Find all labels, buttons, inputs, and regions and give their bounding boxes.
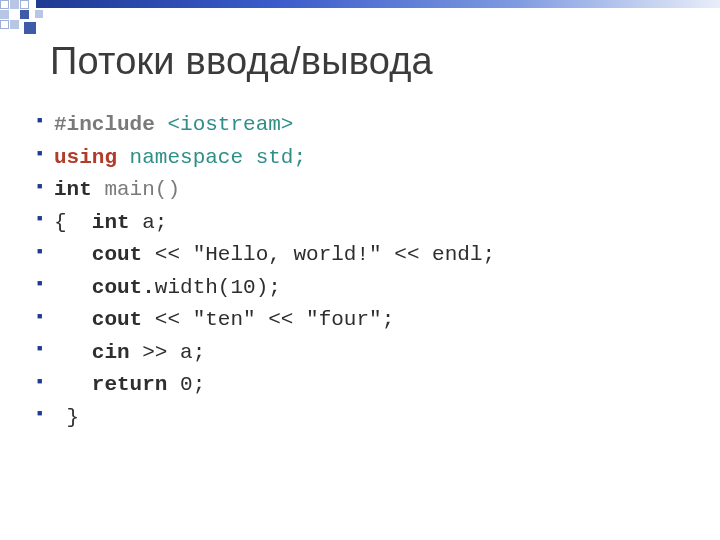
- kw-cout: cout: [92, 308, 142, 331]
- include-header: <iostream>: [155, 113, 294, 136]
- return-zero: 0;: [167, 373, 205, 396]
- deco-square: [35, 10, 43, 18]
- code-line: cout << "ten" << "four";: [54, 304, 680, 337]
- code-line: cout << "Hello, world!" << endl;: [54, 239, 680, 272]
- code-line: return 0;: [54, 369, 680, 402]
- kw-return: return: [92, 373, 168, 396]
- kw-cout-dot: cout.: [92, 276, 155, 299]
- code-block: #include <iostream> using namespace std;…: [50, 109, 680, 434]
- preproc-include: #include: [54, 113, 155, 136]
- close-brace: }: [54, 406, 79, 429]
- deco-square: [10, 0, 19, 9]
- kw-using: using: [54, 146, 117, 169]
- code-line: #include <iostream>: [54, 109, 680, 142]
- header-gradient-bar: [36, 0, 720, 8]
- code-line: cout.width(10);: [54, 272, 680, 305]
- deco-square: [0, 10, 9, 19]
- decl-a: a;: [130, 211, 168, 234]
- cout-width: width(10);: [155, 276, 281, 299]
- slide-corner-decoration: [0, 0, 720, 36]
- code-line: using namespace std;: [54, 142, 680, 175]
- deco-square: [0, 20, 9, 29]
- kw-int: int: [54, 178, 92, 201]
- code-line: int main(): [54, 174, 680, 207]
- cin-a: >> a;: [130, 341, 206, 364]
- deco-square: [24, 22, 36, 34]
- code-line: cin >> a;: [54, 337, 680, 370]
- cout-tenfour: << "ten" << "four";: [142, 308, 394, 331]
- code-line: { int a;: [54, 207, 680, 240]
- kw-cout: cout: [92, 243, 142, 266]
- using-namespace: namespace std: [117, 146, 293, 169]
- cout-hello: << "Hello, world!" << endl;: [142, 243, 495, 266]
- slide-title: Потоки ввода/вывода: [50, 40, 680, 83]
- deco-square: [10, 20, 19, 29]
- code-line: }: [54, 402, 680, 435]
- deco-square: [20, 0, 29, 9]
- deco-square: [20, 10, 29, 19]
- kw-cin: cin: [92, 341, 130, 364]
- slide-body: Потоки ввода/вывода #include <iostream> …: [50, 40, 680, 434]
- deco-square: [0, 0, 9, 9]
- main-signature: main(): [92, 178, 180, 201]
- semicolon: ;: [293, 146, 306, 169]
- open-brace: {: [54, 211, 92, 234]
- kw-int: int: [92, 211, 130, 234]
